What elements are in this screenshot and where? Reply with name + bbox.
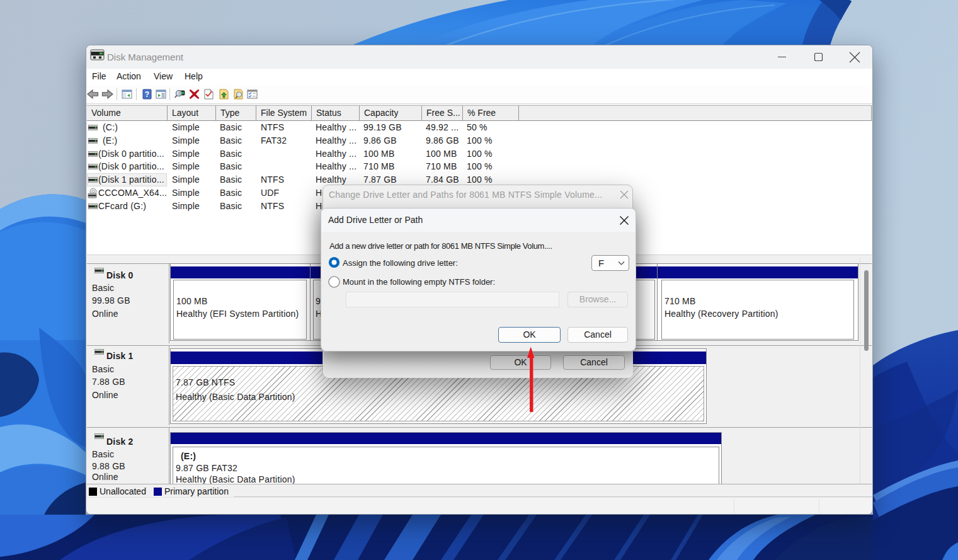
svg-text:?: ? (145, 90, 149, 99)
